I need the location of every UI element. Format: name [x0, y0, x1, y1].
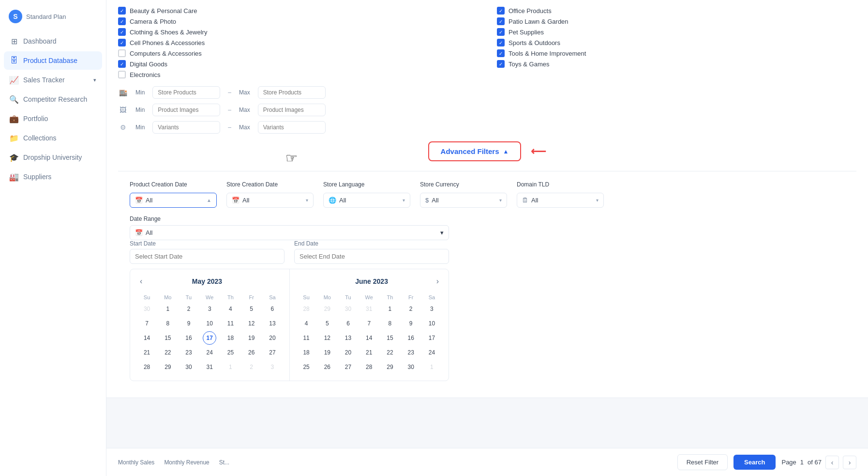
calendar-day[interactable]: 2 [182, 302, 195, 316]
calendar-day[interactable]: 6 [342, 317, 355, 330]
category-checkbox[interactable]: ✓ [497, 7, 505, 15]
category-item[interactable]: ✓ Beauty & Personal Care [118, 7, 478, 15]
calendar-day[interactable]: 24 [425, 346, 438, 359]
sidebar-item-portfolio[interactable]: 💼 Portfolio [4, 109, 102, 128]
calendar-day[interactable]: 9 [404, 317, 418, 330]
calendar-day[interactable]: 7 [362, 317, 376, 330]
date-range-select[interactable]: 📅 All ▾ [130, 225, 449, 240]
calendar-day[interactable]: 28 [362, 360, 376, 374]
calendar-day[interactable]: 17 [203, 331, 216, 345]
calendar-day[interactable]: 20 [342, 346, 355, 359]
end-date-input[interactable] [294, 249, 449, 264]
calendar-day[interactable]: 29 [161, 360, 175, 374]
variants-min-input[interactable] [152, 121, 220, 134]
reset-filter-button[interactable]: Reset Filter [677, 454, 728, 470]
category-item[interactable]: ✓ Toys & Games [497, 60, 856, 68]
calendar-day[interactable]: 1 [224, 360, 237, 374]
calendar-day[interactable]: 23 [404, 346, 418, 359]
sidebar-item-collections[interactable]: 📁 Collections [4, 129, 102, 147]
calendar-day[interactable]: 8 [161, 317, 175, 330]
calendar-day[interactable]: 20 [266, 331, 279, 345]
category-checkbox[interactable]: ✓ [497, 39, 505, 46]
category-item[interactable]: ✓ Pet Supplies [497, 28, 856, 36]
calendar-day[interactable]: 25 [224, 346, 237, 359]
sidebar-item-dropship-university[interactable]: 🎓 Dropship University [4, 148, 102, 167]
category-checkbox[interactable]: ✓ [118, 17, 126, 25]
calendar-day[interactable]: 15 [383, 331, 397, 345]
calendar-day[interactable]: 28 [140, 360, 154, 374]
calendar-day[interactable]: 27 [342, 360, 355, 374]
category-item[interactable]: Electronics [118, 71, 478, 78]
category-checkbox[interactable]: ✓ [497, 49, 505, 57]
calendar-day[interactable]: 3 [266, 360, 279, 374]
prev-page-button[interactable]: ‹ [825, 456, 839, 469]
calendar-day[interactable]: 6 [266, 302, 279, 316]
store-products-max-input[interactable] [258, 86, 326, 99]
prev-month-button[interactable]: ‹ [137, 276, 145, 287]
calendar-day[interactable]: 2 [245, 360, 258, 374]
calendar-day[interactable]: 30 [342, 302, 355, 316]
calendar-day[interactable]: 14 [362, 331, 376, 345]
category-item[interactable]: ✓ Sports & Outdoors [497, 39, 856, 46]
calendar-day[interactable]: 4 [224, 302, 237, 316]
calendar-day[interactable]: 12 [245, 317, 258, 330]
category-item[interactable]: ✓ Office Products [497, 7, 856, 15]
category-checkbox[interactable]: ✓ [118, 7, 126, 15]
sidebar-item-competitor-research[interactable]: 🔍 Competitor Research [4, 90, 102, 108]
calendar-day[interactable]: 1 [383, 302, 397, 316]
calendar-day[interactable]: 8 [383, 317, 397, 330]
category-item[interactable]: ✓ Cell Phones & Accessories [118, 39, 478, 46]
calendar-day[interactable]: 10 [425, 317, 438, 330]
calendar-day[interactable]: 26 [320, 360, 334, 374]
calendar-day[interactable]: 30 [140, 302, 154, 316]
calendar-day[interactable]: 18 [224, 331, 237, 345]
calendar-day[interactable]: 11 [299, 331, 313, 345]
category-item[interactable]: ✓ Tools & Home Improvement [497, 49, 856, 57]
calendar-day[interactable]: 4 [299, 317, 313, 330]
calendar-day[interactable]: 7 [140, 317, 154, 330]
sidebar-item-product-database[interactable]: 🗄 Product Database [4, 51, 102, 70]
category-item[interactable]: Computers & Accessories [118, 49, 478, 57]
calendar-day[interactable]: 30 [182, 360, 195, 374]
start-date-input[interactable] [130, 249, 284, 264]
calendar-day[interactable]: 5 [245, 302, 258, 316]
calendar-day[interactable]: 15 [161, 331, 175, 345]
sidebar-item-sales-tracker[interactable]: 📈 Sales Tracker ▾ [4, 71, 102, 89]
calendar-day[interactable]: 16 [404, 331, 418, 345]
calendar-day[interactable]: 11 [224, 317, 237, 330]
calendar-day[interactable]: 12 [320, 331, 334, 345]
calendar-day[interactable]: 10 [203, 317, 216, 330]
calendar-day[interactable]: 22 [383, 346, 397, 359]
next-month-button[interactable]: › [434, 276, 442, 287]
store-products-min-input[interactable] [152, 86, 220, 99]
calendar-day[interactable]: 31 [203, 360, 216, 374]
calendar-day[interactable]: 5 [320, 317, 334, 330]
calendar-day[interactable]: 14 [140, 331, 154, 345]
sidebar-item-suppliers[interactable]: 🏭 Suppliers [4, 168, 102, 186]
category-item[interactable]: ✓ Camera & Photo [118, 17, 478, 25]
calendar-day[interactable]: 23 [182, 346, 195, 359]
calendar-day[interactable]: 28 [299, 302, 313, 316]
category-checkbox[interactable]: ✓ [118, 28, 126, 36]
calendar-day[interactable]: 13 [342, 331, 355, 345]
calendar-day[interactable]: 9 [182, 317, 195, 330]
calendar-day[interactable]: 17 [425, 331, 438, 345]
calendar-day[interactable]: 16 [182, 331, 195, 345]
category-item[interactable]: ✓ Clothing & Shoes & Jewelry [118, 28, 478, 36]
product-images-max-input[interactable] [258, 104, 326, 116]
calendar-day[interactable]: 3 [425, 302, 438, 316]
product-images-min-input[interactable] [152, 104, 220, 116]
calendar-day[interactable]: 29 [383, 360, 397, 374]
category-item[interactable]: ✓ Digital Goods [118, 60, 478, 68]
category-checkbox[interactable]: ✓ [118, 39, 126, 46]
calendar-day[interactable]: 3 [203, 302, 216, 316]
category-item[interactable]: ✓ Patio Lawn & Garden [497, 17, 856, 25]
advanced-filters-button[interactable]: Advanced Filters ▲ [428, 141, 522, 161]
calendar-day[interactable]: 26 [245, 346, 258, 359]
category-checkbox[interactable]: ✓ [497, 28, 505, 36]
category-checkbox[interactable] [118, 71, 126, 78]
domain-tld-select[interactable]: 🗓 All ▾ [517, 193, 604, 208]
calendar-day[interactable]: 13 [266, 317, 279, 330]
search-button[interactable]: Search [733, 455, 776, 470]
sidebar-item-dashboard[interactable]: ⊞ Dashboard [4, 32, 102, 50]
